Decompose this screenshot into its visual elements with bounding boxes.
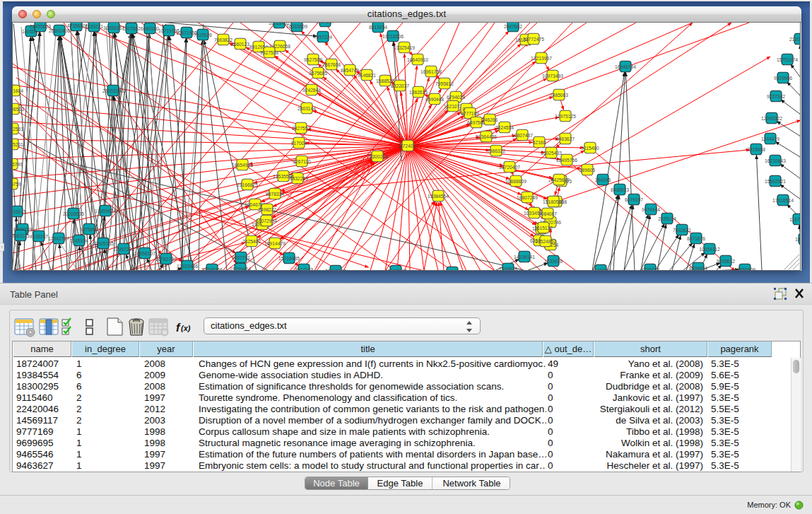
svg-text:3624554: 3624554 (495, 125, 514, 130)
svg-text:18640910: 18640910 (407, 57, 428, 62)
svg-text:1362615: 1362615 (409, 90, 428, 95)
svg-text:7625402: 7625402 (242, 239, 261, 244)
svg-text:19654988: 19654988 (232, 163, 253, 168)
svg-text:8806804: 8806804 (689, 266, 707, 271)
svg-text:6794028: 6794028 (447, 95, 465, 100)
svg-text:13535594: 13535594 (273, 174, 294, 179)
svg-text:4439167: 4439167 (30, 234, 48, 239)
svg-text:9457791: 9457791 (232, 255, 250, 260)
svg-text:7485063: 7485063 (550, 93, 568, 98)
svg-text:3267110: 3267110 (293, 159, 311, 164)
svg-text:16914479: 16914479 (264, 241, 286, 246)
svg-text:8454749: 8454749 (341, 68, 359, 73)
svg-text:15180586: 15180586 (543, 199, 564, 204)
svg-text:16648784: 16648784 (615, 64, 636, 69)
svg-text:9227342: 9227342 (767, 94, 785, 99)
svg-text:8878334: 8878334 (266, 192, 284, 197)
svg-text:22806503: 22806503 (13, 107, 24, 112)
svg-text:2803144: 2803144 (298, 106, 316, 111)
svg-text:12942757: 12942757 (48, 236, 69, 241)
svg-text:f: f (176, 322, 181, 334)
svg-text:(x): (x) (181, 324, 191, 332)
svg-text:3917183: 3917183 (295, 267, 313, 271)
svg-text:7663822: 7663822 (214, 37, 233, 42)
svg-text:1244419: 1244419 (761, 136, 779, 141)
svg-text:917004: 917004 (291, 141, 307, 146)
svg-text:10958107: 10958107 (134, 251, 155, 256)
svg-text:20206535: 20206535 (63, 211, 84, 216)
svg-text:18495756: 18495756 (556, 158, 577, 163)
svg-text:16782759: 16782759 (155, 257, 177, 262)
svg-text:1167534: 1167534 (789, 217, 801, 222)
svg-text:19384554: 19384554 (428, 194, 449, 199)
svg-text:8938923: 8938923 (611, 187, 629, 192)
svg-text:26053346: 26053346 (102, 88, 124, 93)
svg-text:7955812: 7955812 (435, 81, 454, 86)
svg-text:5682115: 5682115 (13, 233, 30, 238)
svg-text:17956909: 17956909 (734, 267, 755, 271)
svg-text:12923446: 12923446 (177, 264, 198, 269)
svg-text:10025433: 10025433 (541, 151, 562, 156)
svg-text:7515526: 7515526 (194, 33, 212, 37)
svg-text:12093322: 12093322 (761, 116, 782, 121)
svg-text:9327508: 9327508 (260, 50, 278, 55)
svg-text:2626015: 2626015 (13, 209, 26, 214)
svg-text:24532561: 24532561 (13, 127, 23, 132)
svg-text:9146821: 9146821 (358, 73, 376, 78)
svg-text:9242848: 9242848 (302, 88, 321, 93)
svg-text:6479197: 6479197 (625, 197, 643, 202)
svg-text:8336273: 8336273 (641, 267, 659, 271)
svg-text:1890399: 1890399 (795, 237, 801, 242)
svg-text:14136141: 14136141 (514, 255, 535, 259)
svg-text:19524851: 19524851 (535, 239, 556, 244)
svg-text:10654112: 10654112 (699, 247, 720, 252)
svg-text:23706266: 23706266 (201, 267, 223, 271)
svg-text:1588520: 1588520 (376, 78, 394, 83)
svg-text:2935114: 2935114 (658, 216, 676, 221)
svg-text:9245612: 9245612 (717, 259, 735, 264)
svg-text:19285201: 19285201 (13, 142, 23, 147)
svg-text:9975867: 9975867 (80, 227, 98, 232)
svg-text:19218506: 19218506 (382, 34, 404, 39)
svg-text:20813640: 20813640 (325, 269, 346, 271)
svg-text:8471676: 8471676 (687, 236, 705, 241)
svg-text:20691406: 20691406 (49, 28, 70, 33)
svg-text:4735650: 4735650 (67, 23, 86, 28)
svg-text:17957223: 17957223 (113, 247, 134, 252)
svg-text:8660123: 8660123 (231, 42, 249, 47)
svg-text:24425670: 24425670 (548, 177, 570, 182)
svg-text:9527508: 9527508 (304, 57, 322, 62)
svg-text:62160: 62160 (533, 140, 546, 145)
svg-text:23300205: 23300205 (367, 154, 388, 159)
svg-text:16072954: 16072954 (256, 218, 277, 223)
svg-text:18807249: 18807249 (517, 195, 538, 200)
svg-text:746266: 746266 (482, 117, 498, 122)
svg-text:10807487: 10807487 (512, 133, 533, 138)
svg-text:8322037: 8322037 (391, 83, 409, 88)
svg-text:9217207: 9217207 (316, 23, 334, 24)
svg-text:19299464: 19299464 (230, 267, 251, 271)
svg-text:22455603: 22455603 (30, 24, 51, 29)
svg-text:15692921: 15692921 (765, 179, 786, 184)
svg-text:1839221: 1839221 (85, 24, 103, 29)
svg-text:12213967: 12213967 (531, 56, 552, 61)
svg-text:9115460: 9115460 (581, 146, 599, 151)
svg-text:4143890: 4143890 (592, 268, 610, 271)
svg-text:9329966: 9329966 (774, 76, 792, 81)
svg-text:18724007: 18724007 (397, 144, 418, 148)
svg-text:15751074: 15751074 (777, 57, 798, 62)
svg-text:8396759: 8396759 (13, 182, 21, 187)
svg-text:1999828: 1999828 (499, 267, 517, 271)
svg-text:9463627: 9463627 (556, 136, 575, 141)
svg-text:164095: 164095 (595, 177, 611, 182)
svg-text:3215958: 3215958 (747, 147, 765, 152)
svg-text:9474444: 9474444 (642, 207, 660, 212)
svg-text:16210643: 16210643 (765, 158, 786, 163)
svg-text:21200396: 21200396 (789, 37, 801, 42)
svg-text:7986322: 7986322 (487, 148, 505, 153)
svg-text:13325419: 13325419 (394, 45, 415, 50)
svg-text:15716485: 15716485 (278, 256, 300, 261)
svg-text:2087682: 2087682 (504, 24, 522, 29)
svg-text:21364436: 21364436 (476, 134, 497, 139)
svg-text:10973493: 10973493 (542, 74, 563, 78)
